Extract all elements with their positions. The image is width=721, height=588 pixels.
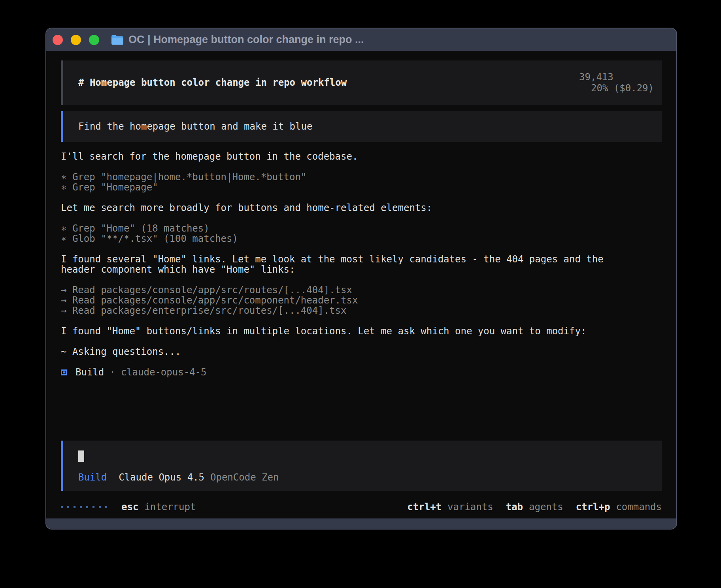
window-title: OC | Homepage button color change in rep… [128, 34, 364, 46]
transcript-line: ~ Asking questions... [61, 347, 662, 357]
context-usage: 20% ($0.29) [591, 83, 654, 94]
spinner-dot [92, 506, 94, 508]
assistant-transcript: I'll search for the homepage button in t… [61, 151, 662, 357]
transcript-blank-line [61, 336, 662, 347]
transcript-blank-line [61, 162, 662, 172]
shortcut-label: commands [616, 501, 662, 513]
window-titlebar[interactable]: OC | Homepage button color change in rep… [46, 28, 676, 51]
shortcut-label: variants [447, 501, 493, 513]
session-stats: 39,413 20% ($0.29) [533, 60, 654, 105]
close-button[interactable] [53, 35, 63, 45]
spinner-dot [67, 506, 69, 508]
active-agent-label: Build [78, 472, 107, 483]
spinner-dot [61, 506, 63, 508]
minimize-button[interactable] [71, 35, 81, 45]
transcript-line: ∗ Grep "Home" (18 matches) [61, 223, 662, 234]
transcript-blank-line [61, 213, 662, 223]
transcript-blank-line [61, 316, 662, 326]
transcript-line: Let me search more broadly for buttons a… [61, 203, 662, 213]
agent-badge-separator: · [109, 367, 115, 378]
spinner-dot [86, 506, 88, 508]
agent-badge-name: Build [75, 367, 104, 378]
hints-left: escinterrupt [121, 501, 196, 513]
token-count: 39,413 [579, 72, 613, 83]
shortcut-hint-ctrl-t: ctrl+tvariants [407, 501, 493, 513]
transcript-line: header component which have "Home" links… [61, 264, 662, 275]
model-provider-label: OpenCode Zen [210, 472, 279, 483]
shortcut-hint-ctrl-p: ctrl+pcommands [576, 501, 662, 513]
transcript-line: ∗ Grep "homepage|home.*button|Home.*butt… [61, 172, 662, 182]
shortcut-hint-tab: tabagents [506, 501, 563, 513]
agent-badge-icon [61, 369, 67, 375]
spinner-dot [80, 506, 82, 508]
transcript-blank-line [61, 275, 662, 285]
model-status-row: Build Claude Opus 4.5 OpenCode Zen [78, 472, 647, 483]
prompt-input[interactable]: Build Claude Opus 4.5 OpenCode Zen [61, 441, 662, 491]
shortcut-label: interrupt [144, 501, 196, 513]
zoom-button[interactable] [89, 35, 99, 45]
transcript-line: ∗ Glob "**/*.tsx" (100 matches) [61, 234, 662, 244]
transcript-line: → Read packages/console/app/src/componen… [61, 295, 662, 305]
user-message-text: Find the homepage button and make it blu… [78, 121, 312, 132]
spinner-dot [105, 506, 107, 508]
transcript-line: I found "Home" buttons/links in multiple… [61, 326, 662, 336]
user-message: Find the homepage button and make it blu… [61, 111, 662, 142]
transcript-line: ∗ Grep "Homepage" [61, 182, 662, 192]
shortcut-key: ctrl+p [576, 501, 610, 513]
transcript-blank-line [61, 244, 662, 254]
terminal-content: # Homepage button color change in repo w… [46, 51, 676, 518]
folder-icon [111, 35, 124, 45]
shortcut-key: ctrl+t [407, 501, 442, 513]
transcript-line: I'll search for the homepage button in t… [61, 151, 662, 162]
terminal-window: OC | Homepage button color change in rep… [45, 28, 677, 530]
session-header: # Homepage button color change in repo w… [61, 60, 662, 105]
spinner-dot [99, 506, 101, 508]
spinner-dot [74, 506, 75, 508]
status-bar-left: escinterrupt [61, 501, 196, 513]
transcript-line: → Read packages/console/app/src/routes/[… [61, 285, 662, 295]
agent-badge-model: claude-opus-4-5 [121, 367, 207, 378]
session-title: # Homepage button color change in repo w… [78, 77, 347, 88]
window-bottom-chrome [46, 518, 676, 529]
shortcut-key: esc [121, 501, 138, 513]
spinner-dots [61, 506, 107, 508]
shortcut-hint-esc: escinterrupt [121, 501, 196, 513]
transcript-line: I found several "Home" links. Let me loo… [61, 254, 662, 264]
transcript-blank-line [61, 192, 662, 203]
status-bar: escinterrupt ctrl+tvariantstabagentsctrl… [61, 501, 662, 513]
hints-right: ctrl+tvariantstabagentsctrl+pcommands [407, 501, 662, 513]
agent-badge: Build · claude-opus-4-5 [61, 367, 662, 377]
active-model-label: Claude Opus 4.5 [119, 472, 204, 483]
shortcut-label: agents [529, 501, 563, 513]
transcript-line: → Read packages/enterprise/src/routes/[.… [61, 305, 662, 316]
text-cursor [78, 450, 84, 462]
shortcut-key: tab [506, 501, 523, 513]
